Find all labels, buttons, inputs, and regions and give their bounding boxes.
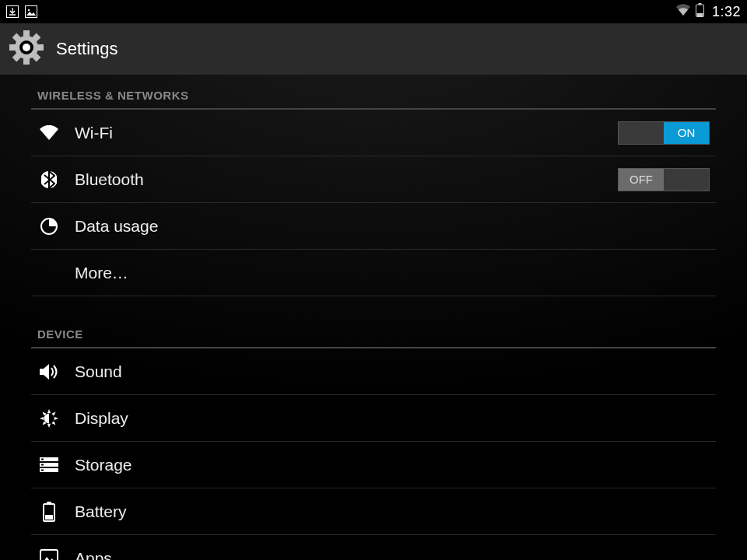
row-apps[interactable]: Apps <box>31 535 716 560</box>
status-bar: 1:32 <box>0 0 747 23</box>
toggle-off-label: OFF <box>619 169 664 191</box>
wifi-icon <box>37 125 61 141</box>
row-label: Battery <box>75 502 127 521</box>
row-more[interactable]: More… <box>31 250 716 296</box>
svg-rect-34 <box>45 515 53 520</box>
section-header-device: DEVICE <box>31 313 716 348</box>
data-usage-icon <box>37 217 61 236</box>
settings-gear-icon <box>8 29 45 69</box>
row-label: Wi-Fi <box>75 124 113 142</box>
row-storage[interactable]: Storage <box>31 442 716 488</box>
row-label: Sound <box>75 362 122 381</box>
title-bar: Settings <box>0 23 747 75</box>
svg-marker-17 <box>47 409 51 413</box>
row-wifi[interactable]: Wi-Fi ON <box>31 110 716 156</box>
toggle-on-label: ON <box>664 122 709 144</box>
row-battery[interactable]: Battery <box>31 488 716 535</box>
wifi-toggle[interactable]: ON <box>618 121 710 145</box>
svg-marker-20 <box>54 417 58 420</box>
row-label: Bluetooth <box>75 170 144 189</box>
svg-rect-35 <box>40 550 58 561</box>
row-label: Data usage <box>75 217 158 236</box>
display-icon <box>37 408 61 429</box>
svg-marker-19 <box>40 417 44 420</box>
row-label: Storage <box>75 456 132 474</box>
bluetooth-toggle[interactable]: OFF <box>618 168 710 191</box>
bluetooth-icon <box>37 170 61 190</box>
apps-icon <box>37 549 61 561</box>
svg-rect-29 <box>41 458 44 460</box>
page-title: Settings <box>56 39 118 59</box>
download-icon <box>6 5 19 18</box>
svg-rect-30 <box>41 464 44 465</box>
battery-icon <box>37 502 61 522</box>
row-label: Display <box>75 409 128 428</box>
battery-status-icon <box>696 3 704 20</box>
row-label: Apps <box>75 549 112 561</box>
row-label: More… <box>75 264 128 282</box>
svg-rect-31 <box>41 469 44 471</box>
row-display[interactable]: Display <box>31 395 716 442</box>
image-icon <box>25 5 37 18</box>
row-sound[interactable]: Sound <box>31 348 716 395</box>
svg-point-14 <box>23 44 30 51</box>
svg-rect-3 <box>696 13 703 16</box>
storage-icon <box>37 457 61 473</box>
wifi-status-icon <box>675 4 691 19</box>
row-bluetooth[interactable]: Bluetooth OFF <box>31 156 716 203</box>
svg-marker-18 <box>47 424 51 428</box>
section-header-wireless: WIRELESS & NETWORKS <box>31 75 716 110</box>
sound-icon <box>37 363 61 380</box>
row-data-usage[interactable]: Data usage <box>31 203 716 250</box>
status-clock: 1:32 <box>712 4 741 20</box>
svg-point-0 <box>28 9 30 11</box>
settings-list: WIRELESS & NETWORKS Wi-Fi ON Bluetooth O… <box>0 75 747 560</box>
